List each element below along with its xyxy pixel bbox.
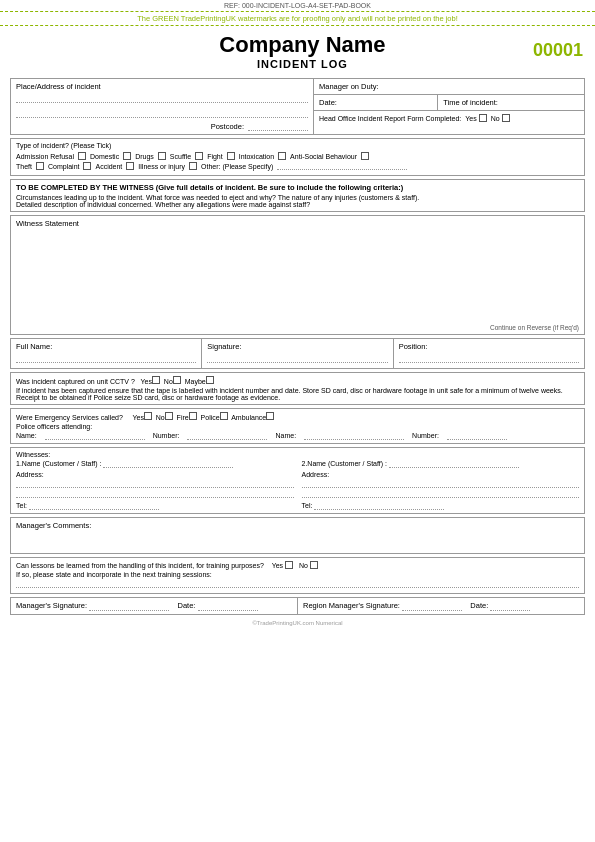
cctv-line2: If incident has been captured ensure tha… xyxy=(16,387,579,401)
emerg-yes[interactable] xyxy=(144,412,152,420)
head-office-row: Head Office Incident Report Form Complet… xyxy=(314,111,584,125)
police-name2-field[interactable] xyxy=(304,432,404,440)
cctv-yes[interactable] xyxy=(152,376,160,384)
manager-sig-field[interactable] xyxy=(89,601,169,611)
managers-comments-area[interactable] xyxy=(16,530,579,550)
full-name-field[interactable] xyxy=(16,353,196,363)
managers-comments-section: Manager's Comments: xyxy=(10,517,585,554)
managers-comments-label: Manager's Comments: xyxy=(16,521,579,530)
full-name-label: Full Name: xyxy=(16,342,52,351)
training-section: Can lessons be learned from the handling… xyxy=(10,557,585,594)
training-yes-cb[interactable] xyxy=(285,561,293,569)
place-label: Place/Address of incident xyxy=(16,82,308,91)
witness1-address-line2[interactable] xyxy=(16,490,294,498)
cb-drugs[interactable] xyxy=(158,152,166,160)
type-illness: Illness or injury xyxy=(138,163,185,170)
cb-complaint[interactable] xyxy=(83,162,91,170)
no-checkbox[interactable]: No xyxy=(491,114,510,122)
type-other: Other: (Please Specify) xyxy=(201,163,273,170)
no-label: No xyxy=(491,115,500,122)
signatures-row: Manager's Signature: Date: Region Manage… xyxy=(10,597,585,615)
page: REF: 000-INCIDENT-LOG-A4-SET-PAD-BOOK Th… xyxy=(0,0,595,842)
training-no-cb[interactable] xyxy=(310,561,318,569)
witness2-tel-label: Tel: xyxy=(302,502,313,509)
police-names-row: Name: Number: Name: Number: xyxy=(16,432,579,440)
position-cell: Position: xyxy=(394,339,584,368)
witness2-address-line1[interactable] xyxy=(302,480,580,488)
postcode-field[interactable] xyxy=(248,121,308,131)
emergency-line1: Were Emergency Services called? Yes No F… xyxy=(16,412,579,421)
top-info-row: Place/Address of incident Postcode: Mana… xyxy=(10,78,585,135)
emerg-no[interactable] xyxy=(165,412,173,420)
witness2-address-line2[interactable] xyxy=(302,490,580,498)
signature-cell: Signature: xyxy=(202,339,393,368)
witness2-address-label: Address: xyxy=(302,471,330,478)
witness-instructions-heading: TO BE COMPLETED BY THE WITNESS (Give ful… xyxy=(16,183,579,192)
cb-antisocial[interactable] xyxy=(361,152,369,160)
type-accident: Accident xyxy=(95,163,122,170)
witness1-name-field[interactable] xyxy=(103,460,233,468)
cb-admission[interactable] xyxy=(78,152,86,160)
header-area: Company Name INCIDENT LOG 00001 xyxy=(0,26,595,78)
signature-field[interactable] xyxy=(207,353,387,363)
watermark-text: The GREEN TradePrintingUK watermarks are… xyxy=(0,12,595,26)
region-sig-field[interactable] xyxy=(402,601,462,611)
cb-theft[interactable] xyxy=(36,162,44,170)
witness1-tel-field[interactable] xyxy=(29,502,159,510)
police-name1-label: Name: xyxy=(16,432,37,440)
manager-signature-section: Manager's Signature: Date: xyxy=(11,598,298,614)
witnesses-section: Witnesses: 1.Name (Customer / Staff) : 2… xyxy=(10,447,585,514)
time-label: Time of incident: xyxy=(443,98,498,107)
cb-illness[interactable] xyxy=(189,162,197,170)
cb-intoxication[interactable] xyxy=(278,152,286,160)
police-name2-label: Name: xyxy=(275,432,296,440)
cctv-maybe[interactable] xyxy=(206,376,214,384)
yes-checkbox[interactable]: Yes xyxy=(465,114,486,122)
other-specify-field[interactable] xyxy=(277,162,407,170)
emerg-police[interactable] xyxy=(220,412,228,420)
police-number1-label: Number: xyxy=(153,432,180,440)
witnesses-tel-row: Tel: Tel: xyxy=(16,502,579,510)
postcode-row: Postcode: xyxy=(16,121,308,131)
training-yes[interactable]: Yes xyxy=(272,561,293,569)
name-sig-pos-row: Full Name: Signature: Position: xyxy=(10,338,585,369)
witness2-tel-field[interactable] xyxy=(314,502,444,510)
training-no[interactable]: No xyxy=(299,561,318,569)
cb-accident[interactable] xyxy=(126,162,134,170)
training-followup: If so, please state and incorporate in t… xyxy=(16,571,579,578)
no-box[interactable] xyxy=(502,114,510,122)
witness1-address-line1[interactable] xyxy=(16,480,294,488)
yes-box[interactable] xyxy=(479,114,487,122)
cb-domestic[interactable] xyxy=(123,152,131,160)
emerg-fire[interactable] xyxy=(189,412,197,420)
type-drugs: Drugs xyxy=(135,153,154,160)
region-sig-label: Region Manager's Signature: xyxy=(303,601,400,610)
position-field[interactable] xyxy=(399,353,579,363)
doc-number: 00001 xyxy=(533,32,583,61)
witness1-name-label: 1.Name (Customer / Staff) : xyxy=(16,460,101,467)
manager-on-duty-label: Manager on Duty: xyxy=(319,82,379,91)
cctv-no[interactable] xyxy=(173,376,181,384)
address-line1 xyxy=(16,91,308,103)
cb-fight[interactable] xyxy=(227,152,235,160)
emerg-ambulance[interactable] xyxy=(266,412,274,420)
continue-reverse-note: Continue on Reverse (if Req'd) xyxy=(490,324,579,331)
type-theft: Theft xyxy=(16,163,32,170)
manager-on-duty-row: Manager on Duty: xyxy=(314,79,584,95)
training-question-row: Can lessons be learned from the handling… xyxy=(16,561,579,569)
company-name: Company Name xyxy=(72,32,533,58)
police-number2-field[interactable] xyxy=(447,432,507,440)
training-question: Can lessons be learned from the handling… xyxy=(16,562,264,569)
witness-statement-area[interactable] xyxy=(16,228,579,328)
training-answer-line[interactable] xyxy=(16,580,579,588)
cb-scuffle[interactable] xyxy=(195,152,203,160)
police-name1-field[interactable] xyxy=(45,432,145,440)
head-office-label: Head Office Incident Report Form Complet… xyxy=(319,115,461,122)
police-number1-field[interactable] xyxy=(187,432,267,440)
witness2-name-field[interactable] xyxy=(389,460,519,468)
date-label: Date: xyxy=(319,98,337,107)
sig-date1-field[interactable] xyxy=(198,601,258,611)
sig-date2-field[interactable] xyxy=(490,601,530,611)
incident-type-row2: Theft Complaint Accident Illness or inju… xyxy=(16,162,579,170)
witness-instructions-criteria: Circumstances leading up to the incident… xyxy=(16,194,579,208)
